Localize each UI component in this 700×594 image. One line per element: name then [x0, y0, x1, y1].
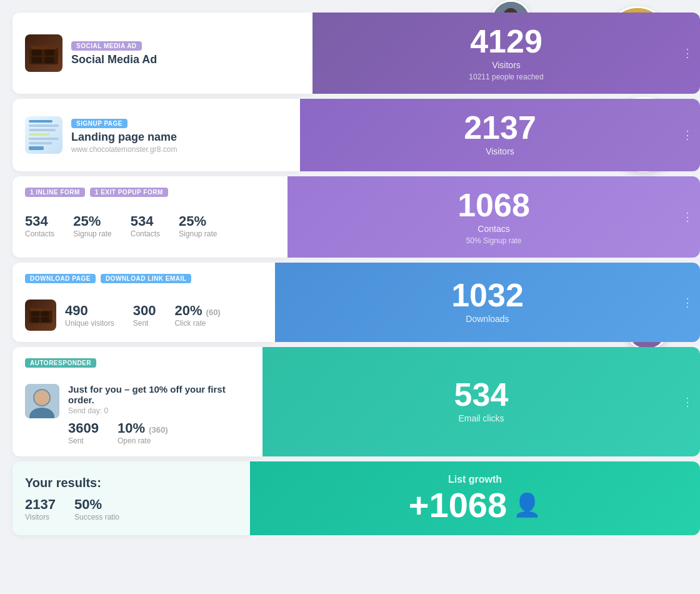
- stat-value-signup-1: 25%: [73, 213, 111, 229]
- stats-grid-row6: 2137 Visitors 50% Success ratio: [25, 496, 238, 521]
- stat-label-visitors-result: Visitors: [25, 513, 56, 521]
- stat-contacts-1: 534 Contacts: [25, 213, 54, 238]
- stat-label-sent-row4: Sent: [133, 319, 156, 328]
- stat-signup-rate-2: 25% Signup rate: [179, 213, 217, 238]
- metric-sub-row3: 50% Signup rate: [466, 236, 522, 245]
- stats-grid-row5: 3609 Sent 10% (360) Open rate: [68, 420, 250, 445]
- row5-text: Just for you – get 10% off your first or…: [68, 384, 250, 445]
- stat-label-sent-row5: Sent: [68, 436, 99, 445]
- metric-label-row3: Contacs: [478, 224, 509, 234]
- dots-menu-row3[interactable]: ⋮: [682, 210, 694, 224]
- svg-rect-35: [31, 317, 39, 322]
- person-icon: 👤: [513, 494, 541, 516]
- stat-value-contacts-1: 534: [25, 213, 54, 229]
- stat-label-unique: Unique visitors: [65, 319, 114, 328]
- right-panel-row6: List growth +1068 👤: [250, 461, 700, 535]
- stat-extra-open: (360): [149, 425, 168, 435]
- stat-success-ratio: 50% Success ratio: [74, 496, 119, 521]
- tag-social-media-ad: SOCIAL MEDIA AD: [71, 41, 142, 51]
- stat-extra-click: (60): [206, 308, 221, 317]
- metric-number-row2: 2137: [464, 111, 536, 144]
- metric-label-row1: Visitors: [492, 60, 521, 70]
- stat-label-contacts-2: Contacts: [131, 229, 160, 238]
- stat-label-signup-2: Signup rate: [179, 229, 217, 238]
- tag-inline-form: 1 INLINE FORM: [25, 188, 85, 197]
- stat-sent-row5: 3609 Sent: [68, 420, 99, 445]
- stat-value-sent-row5: 3609: [68, 420, 99, 436]
- metric-sub-row1: 10211 people reached: [469, 73, 543, 81]
- thumbnail-chocolate-1: [25, 34, 62, 72]
- thumbnail-landing: [25, 116, 62, 154]
- right-panel-row5: 534 Email clicks ⋮: [262, 347, 700, 456]
- tag-download-page: DOWNLOAD PAGE: [25, 274, 96, 283]
- tag-exit-popup-form: 1 EXIT POPUP FORM: [90, 188, 168, 197]
- dots-menu-row5[interactable]: ⋮: [682, 395, 694, 409]
- stat-unique-visitors: 490 Unique visitors: [65, 303, 114, 328]
- right-panel-row4: 1032 Downloads ⋮: [275, 263, 700, 342]
- metric-label-row2: Visitors: [486, 146, 514, 156]
- row-results: Your results: 2137 Visitors 50% Success …: [12, 461, 700, 535]
- dots-menu-row2[interactable]: ⋮: [682, 128, 694, 142]
- title-landing-page: Landing page name: [71, 131, 288, 144]
- results-label: Your results:: [25, 476, 238, 490]
- tag-download-link-email: DOWNLOAD LINK EMAIL: [101, 274, 192, 283]
- stat-value-signup-2: 25%: [179, 213, 217, 229]
- left-panel-row1: SOCIAL MEDIA AD Social Media Ad: [12, 13, 312, 94]
- stat-value-success: 50%: [74, 496, 119, 513]
- left-panel-row5: AUTORESPONDER Just for you – get 10% off…: [12, 347, 262, 456]
- left-panel-row6: Your results: 2137 Visitors 50% Success …: [12, 461, 250, 535]
- metric-label-row5: Email clicks: [458, 413, 504, 423]
- main-container: SOCIAL MEDIA AD Social Media Ad 4129 Vis…: [0, 0, 700, 594]
- stat-value-sent-row4: 300: [133, 303, 156, 319]
- dots-menu-row1[interactable]: ⋮: [682, 46, 694, 60]
- stats-grid-row4: 490 Unique visitors 300 Sent 20% (60) Cl…: [65, 303, 221, 328]
- landing-thumb-lines: [25, 116, 62, 154]
- stat-value-contacts-2: 534: [131, 213, 160, 229]
- svg-rect-26: [31, 46, 57, 49]
- list-growth-label: List growth: [448, 474, 502, 485]
- tag-signup-page: SIGNUP PAGE: [71, 119, 128, 128]
- list-growth-number: +1068 👤: [409, 488, 541, 523]
- list-growth-value: +1068: [409, 488, 507, 523]
- stat-label-click: Click rate: [174, 319, 220, 328]
- left-content-row6: Your results: 2137 Visitors 50% Success …: [25, 476, 238, 521]
- row5-content: Just for you – get 10% off your first or…: [25, 384, 250, 445]
- svg-rect-29: [32, 57, 42, 63]
- right-panel-row2: 2137 Visitors ⋮: [300, 99, 700, 171]
- svg-rect-34: [41, 311, 49, 316]
- stat-label-open: Open rate: [118, 436, 168, 445]
- stat-value-unique: 490: [65, 303, 114, 319]
- stat-open-rate: 10% (360) Open rate: [118, 420, 168, 445]
- row-landing-page: SIGNUP PAGE Landing page name www.chocol…: [12, 99, 700, 171]
- title-autoresponder: Just for you – get 10% off your first or…: [68, 384, 250, 405]
- row-social-media-ad: SOCIAL MEDIA AD Social Media Ad 4129 Vis…: [12, 13, 700, 94]
- right-panel-row1: 4129 Visitors 10211 people reached ⋮: [312, 13, 700, 94]
- tags-row3: 1 INLINE FORM 1 EXIT POPUP FORM: [25, 188, 168, 199]
- stat-contacts-2: 534 Contacts: [131, 213, 160, 238]
- svg-point-39: [34, 390, 49, 405]
- row4-content: 490 Unique visitors 300 Sent 20% (60) Cl…: [25, 300, 221, 331]
- metric-number-row3: 1068: [458, 189, 530, 221]
- row-autoresponder: AUTORESPONDER Just for you – get 10% off…: [12, 347, 700, 456]
- thumbnail-chocolate-2: [25, 300, 56, 331]
- left-content-row1: SOCIAL MEDIA AD Social Media Ad: [71, 39, 300, 68]
- stat-label-success: Success ratio: [74, 513, 119, 521]
- metric-number-row5: 534: [454, 378, 509, 411]
- stat-sent-row4: 300 Sent: [133, 303, 156, 328]
- stats-grid-row3: 534 Contacts 25% Signup rate 534 Contact…: [25, 213, 218, 238]
- tag-autoresponder: AUTORESPONDER: [25, 358, 96, 368]
- dots-menu-row4[interactable]: ⋮: [682, 296, 694, 310]
- stat-value-visitors-result: 2137: [25, 496, 56, 513]
- svg-rect-36: [41, 317, 49, 322]
- left-panel-row3: 1 INLINE FORM 1 EXIT POPUP FORM 534 Cont…: [12, 176, 288, 258]
- metric-number-row4: 1032: [451, 279, 524, 311]
- metric-label-row4: Downloads: [466, 314, 509, 324]
- svg-rect-28: [44, 49, 54, 56]
- stat-visitors-result: 2137 Visitors: [25, 496, 56, 521]
- stat-signup-rate-1: 25% Signup rate: [73, 213, 111, 238]
- right-panel-row3: 1068 Contacs 50% Signup rate ⋮: [288, 176, 700, 258]
- row-downloads: DOWNLOAD PAGE DOWNLOAD LINK EMAIL: [12, 263, 700, 342]
- svg-rect-33: [31, 311, 39, 316]
- svg-rect-27: [32, 49, 42, 56]
- stat-label-contacts-1: Contacts: [25, 229, 54, 238]
